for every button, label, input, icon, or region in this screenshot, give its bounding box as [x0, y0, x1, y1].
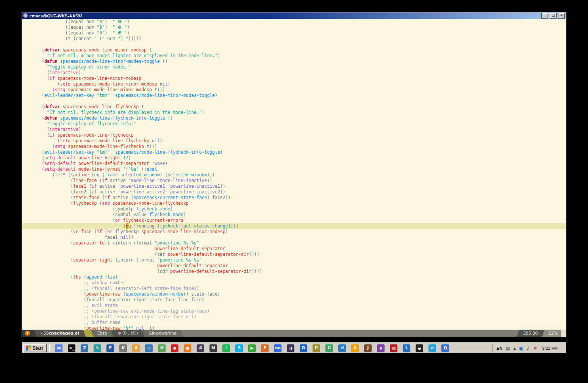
windows-flag-icon: [26, 345, 31, 350]
firefox-icon[interactable]: F: [261, 344, 269, 352]
code-line: (setq spacemacs-mode-line-minor-modesp n…: [22, 81, 566, 87]
code-line: (interactive): [22, 127, 566, 132]
flickr-icon[interactable]: oo: [274, 344, 281, 352]
hidden-icons-chevron[interactable]: ▴: [513, 346, 516, 351]
titlebar[interactable]: e emacs@QUE-WKS-AA593 _ □ ×: [22, 12, 566, 19]
code-line: (flycheckp (and spacemacs-mode-line-flyc…: [22, 201, 566, 206]
editor-icon[interactable]: ✎: [94, 344, 101, 352]
close-button[interactable]: ×: [558, 13, 565, 19]
code-line: ((equal num "8") " ❽ "): [22, 19, 566, 25]
powerline-wave-separator: [33, 330, 38, 337]
code-line: (symbolp flycheck-mode): [22, 206, 566, 212]
code-line: (symbol-value flycheck-mode): [22, 212, 566, 218]
keys-icon[interactable]: K: [119, 344, 127, 352]
lotus-icon[interactable]: L: [403, 344, 410, 352]
code-line: (setq-default powerline-default-separato…: [22, 161, 566, 167]
code-line: ;; (funcall separator-left state-face fa…: [22, 286, 566, 291]
emacs-window: e emacs@QUE-WKS-AA593 _ □ × ((equal num …: [22, 12, 566, 337]
network-ball-icon[interactable]: ❖: [533, 346, 537, 351]
notes-icon[interactable]: N: [158, 344, 166, 352]
modeline-segment-window-number: 1: [22, 330, 33, 337]
powerline-wave-separator: [82, 330, 87, 337]
modeline-segment-filler: [184, 330, 516, 337]
code-line: [22, 98, 566, 104]
code-line: (or flycheck-current-errors: [22, 218, 566, 223]
spotify-icon[interactable]: ♪: [222, 344, 230, 352]
code-line: (line-face (if active 'mode-line 'mode-l…: [22, 178, 566, 184]
blue-sphere-icon[interactable]: e: [428, 344, 436, 352]
lock-icon[interactable]: A: [132, 344, 140, 352]
skype-icon[interactable]: S: [235, 344, 243, 352]
green-app-icon[interactable]: G: [325, 344, 333, 352]
code-line: (face1 (if active 'powerline-active1 'po…: [22, 184, 566, 189]
q-app-icon[interactable]: Q: [441, 344, 449, 352]
code-line: (powerline-raw "%*" nil 'l): [22, 325, 566, 330]
display-icon[interactable]: ▣: [519, 346, 523, 351]
code-line: (lhs (append (list: [22, 274, 566, 280]
java-icon[interactable]: J: [364, 344, 372, 352]
code-line: ;; (powerline-raw evil-mode-line-tag sta…: [22, 308, 566, 314]
modeline-segment-corner-box: [561, 330, 566, 337]
minimize-button[interactable]: _: [541, 13, 548, 19]
code-line: (funcall separator-right state-face line…: [22, 297, 566, 303]
orange-circle-app-icon[interactable]: ●: [184, 344, 191, 352]
desktop: e emacs@QUE-WKS-AA593 _ □ × ((equal num …: [22, 12, 566, 353]
media-app-icon[interactable]: M: [210, 344, 217, 352]
emacs-icon: e: [23, 13, 28, 18]
code-line: "Toggle display of flycheck info.": [22, 121, 566, 127]
eclipse-icon[interactable]: ◑: [287, 344, 294, 352]
code-line: (setq-default mode-line-format '("%e" (:…: [22, 167, 566, 172]
oracle-icon[interactable]: 0: [351, 344, 359, 352]
code-line: (evil-leader/set-key "tmm" 'spacemacs/mo…: [22, 93, 566, 98]
clock[interactable]: 9:22 PM: [541, 346, 558, 350]
modeline-segment-state-accent: [87, 330, 90, 337]
window-number-badge: 1: [25, 331, 30, 336]
powerline-wave-separator: [541, 330, 546, 337]
code-line: (car powerline-default-separator-dir)))): [22, 252, 566, 257]
quicklaunch-handle[interactable]: [49, 344, 51, 352]
code-line: (state-face (if active (spacemacs/curren…: [22, 195, 566, 201]
buffer-area[interactable]: ((equal num "8") " ❽ ") ((equal num "9")…: [22, 19, 566, 330]
language-indicator[interactable]: EN: [497, 346, 502, 350]
start-button[interactable]: Start: [23, 344, 47, 352]
r-app-icon[interactable]: R: [300, 344, 307, 352]
printer-icon[interactable]: ▤: [506, 346, 510, 351]
code-line: (setq spacemacs-mode-line-flycheckp nil): [22, 138, 566, 144]
code-line: ;; buffer name: [22, 320, 566, 325]
steam-icon[interactable]: ◒: [416, 344, 423, 352]
code-line: ((equal num "9") " ❾ "): [22, 25, 566, 30]
code-line: (setq-default powerline-height 17): [22, 155, 566, 161]
media-red-icon[interactable]: ▥: [390, 344, 397, 352]
play-icon[interactable]: ▶: [248, 344, 256, 352]
code-line: ((equal num "0") " ❿ "): [22, 30, 566, 36]
modeline-segment-major-mode: Elisp: [94, 330, 110, 337]
code-line: (separator-left (intern (format "powerli…: [22, 240, 566, 246]
maximize-button[interactable]: □: [550, 13, 557, 19]
code-line: "If not nil, minor modes lighter are dis…: [22, 53, 566, 59]
chat-hash-icon[interactable]: #: [197, 344, 204, 352]
powerline-modeline: 1- 59k packages.elElisp⊕ Ⓐ , (Ⓢ)Git-powe…: [22, 330, 566, 337]
code-line: powerline-default-separator: [22, 263, 566, 269]
diamond-app-icon[interactable]: ◆: [171, 344, 178, 352]
emacs-launcher-icon[interactable]: E: [106, 344, 114, 352]
volume-icon[interactable]: ♪: [527, 346, 530, 351]
code-line: (if spacemacs-mode-line-flycheckp: [22, 132, 566, 138]
code-line: ;; window number: [22, 280, 566, 286]
code-line: (setq spacemacs-mode-line-flycheckp t))): [22, 144, 566, 149]
command-prompt-icon[interactable]: >_: [68, 344, 75, 352]
code-line: ;; (funcall separator-right state-face n…: [22, 314, 566, 320]
modeline-segment-buffer-info: - 59k packages.el: [38, 330, 82, 337]
code-line: (defun spacemacs/mode-line-minor-modes-t…: [22, 59, 566, 64]
browser-globe-icon[interactable]: ⊕: [145, 344, 153, 352]
code-line: "Toggle display of minor modes.": [22, 64, 566, 70]
code-line: (cdr powerline-default-separator-dir)))): [22, 269, 566, 274]
quick-launch-bar: ▣>_Z✎EKA⊕N◆●#M♪S▶Foo◑RPG↺0Jy▥L◒eQ: [55, 344, 449, 352]
taskbar: Start ▣>_Z✎EKA⊕N◆●#M♪S▶Foo◑RPG↺0Jy▥L◒eQ …: [22, 343, 566, 353]
yed-icon[interactable]: y: [377, 344, 385, 352]
code-line: (t (concat " (" num ") "))))): [22, 36, 566, 42]
sync-icon[interactable]: ↺: [338, 344, 346, 352]
show-desktop-icon[interactable]: ▣: [55, 344, 63, 352]
password-manager-icon[interactable]: P: [313, 344, 320, 352]
powerline-wave-separator: [516, 330, 520, 337]
putty-icon[interactable]: Z: [81, 344, 88, 352]
